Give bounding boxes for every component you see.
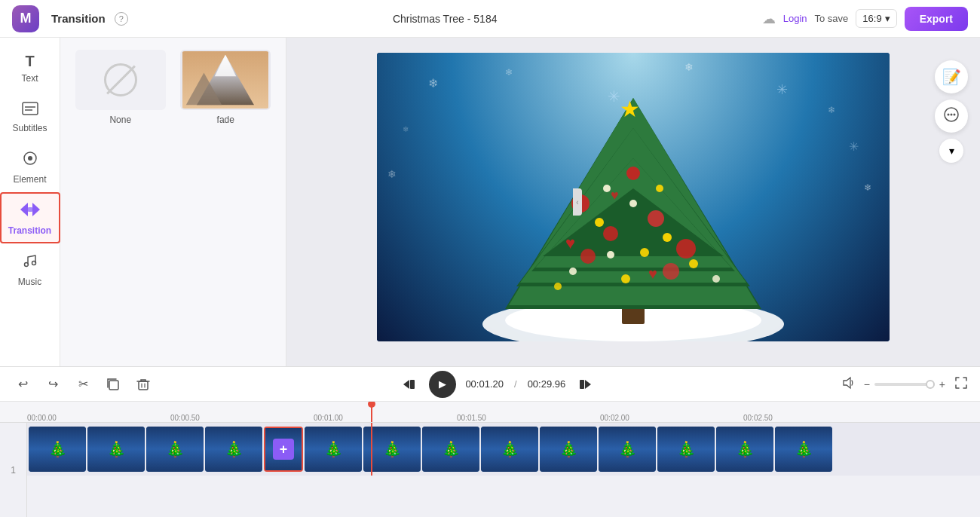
transition-plus-button[interactable]: +	[273, 439, 294, 460]
svg-point-39	[569, 268, 577, 275]
play-button[interactable]: ▶	[429, 371, 456, 398]
transition-fade-label: fade	[217, 115, 234, 125]
svg-marker-57	[585, 380, 591, 389]
help-icon[interactable]: ?	[115, 12, 128, 26]
track-clip[interactable]: 🎄	[422, 427, 479, 472]
svg-point-8	[24, 263, 28, 267]
copy-button[interactable]	[103, 374, 124, 395]
svg-point-42	[712, 275, 720, 283]
svg-marker-59	[844, 378, 850, 388]
svg-point-34	[595, 218, 604, 227]
track-clip[interactable]: 🎄	[657, 427, 715, 472]
svg-point-35	[629, 200, 637, 207]
svg-point-43	[621, 274, 630, 283]
ruler-ticks: 00:00.00 00:00.50 00:01.00 00:01.50 00:0…	[27, 402, 980, 422]
transition-fade-thumb	[180, 50, 271, 110]
track-clip[interactable]: 🎄	[363, 427, 421, 472]
timeline-toolbar: ↩ ↪ ✂	[0, 367, 980, 402]
track-strip: 🎄 🎄 🎄 🎄 🎄 + 🎄 🎄 🎄 🎄 🎄 🎄 🎄	[27, 427, 980, 472]
playhead-marker	[368, 402, 375, 408]
transition-panel: None	[60, 38, 286, 366]
sidebar-item-text[interactable]: T Text	[0, 44, 60, 91]
svg-point-44	[656, 185, 663, 192]
element-icon	[22, 150, 38, 171]
note-tool-button[interactable]: 📝	[935, 60, 968, 93]
current-time: 00:01.20	[465, 378, 504, 390]
export-button[interactable]: Export	[905, 7, 968, 31]
track-clip[interactable]: 🎄	[29, 427, 86, 472]
login-link[interactable]: Login	[783, 13, 807, 24]
sidebar-item-music[interactable]: Music	[0, 243, 60, 295]
track-clip[interactable]: 🎄	[599, 427, 656, 472]
track-clip[interactable]: 🎄	[146, 427, 204, 472]
svg-marker-55	[403, 380, 409, 389]
sidebar-item-transition-label: Transition	[8, 225, 51, 236]
fullscreen-button[interactable]	[954, 376, 968, 393]
text-icon: T	[25, 53, 34, 70]
transition-none[interactable]: None	[72, 50, 169, 125]
skip-back-button[interactable]	[399, 374, 420, 395]
volume-controls	[841, 376, 855, 393]
timeline-tracks: 1 🎄 🎄 🎄 🎄 🎄 + 🎄 🎄 🎄 🎄	[0, 423, 980, 517]
track-clip[interactable]: 🎄	[87, 427, 145, 472]
track-clip[interactable]: 🎄	[481, 427, 538, 472]
main-content: T Text Subtitles Element	[0, 38, 980, 366]
redo-button[interactable]: ↪	[42, 374, 63, 395]
svg-point-25	[603, 226, 618, 241]
svg-text:♥: ♥	[611, 188, 619, 203]
undo-button[interactable]: ↩	[12, 374, 33, 395]
sidebar-item-music-label: Music	[18, 277, 41, 287]
volume-icon[interactable]	[841, 376, 855, 393]
ruler-label-1: 00:00.50	[170, 414, 200, 422]
track-number: 1	[0, 423, 27, 517]
subtitles-icon	[22, 100, 38, 120]
transition-fade[interactable]: fade	[178, 50, 274, 125]
track-clip[interactable]: 🎄	[775, 427, 832, 472]
play-icon: ▶	[439, 378, 446, 390]
svg-point-36	[663, 233, 672, 242]
arrow-down-button[interactable]: ▾	[939, 139, 963, 163]
svg-point-26	[648, 210, 664, 227]
timeline-area: 00:00.00 00:00.50 00:01.00 00:01.50 00:0…	[0, 402, 980, 517]
top-bar: M Transition ? Christmas Tree - 5184 ☁ L…	[0, 0, 980, 38]
chat-tool-button[interactable]	[935, 99, 968, 133]
sidebar-item-transition[interactable]: Transition	[0, 192, 60, 243]
bottom-section: ↩ ↪ ✂	[0, 366, 980, 517]
zoom-in-icon[interactable]: +	[939, 378, 945, 390]
svg-marker-5	[20, 203, 28, 216]
chevron-down-icon: ▾	[949, 145, 954, 157]
sidebar-item-element-label: Element	[13, 174, 46, 185]
ratio-selector[interactable]: 16:9 ▾	[856, 9, 896, 28]
right-tools: 📝 ▾	[935, 60, 968, 163]
svg-point-41	[554, 283, 562, 290]
sidebar-item-element[interactable]: Element	[0, 141, 60, 192]
svg-point-40	[689, 259, 698, 268]
top-bar-right: ☁ Login To save 16:9 ▾ Export	[762, 7, 968, 31]
transition-clip[interactable]: 🎄 +	[264, 427, 303, 472]
cut-button[interactable]: ✂	[72, 374, 93, 395]
track-clip[interactable]: 🎄	[716, 427, 773, 472]
zoom-controls: − +	[864, 378, 945, 390]
sidebar-item-subtitles[interactable]: Subtitles	[0, 91, 60, 141]
ruler-label-2: 00:01.00	[314, 414, 343, 422]
chat-icon	[943, 106, 960, 127]
page-title: Transition	[51, 12, 106, 25]
track-clip[interactable]: 🎄	[305, 427, 362, 472]
track-clip[interactable]: 🎄	[205, 427, 262, 472]
delete-button[interactable]	[133, 374, 154, 395]
track-clip[interactable]: 🎄	[540, 427, 597, 472]
svg-point-9	[32, 262, 35, 265]
music-icon	[22, 252, 38, 274]
zoom-slider[interactable]	[874, 383, 935, 386]
svg-point-38	[640, 248, 649, 257]
svg-point-27	[676, 239, 696, 258]
preview-video: ❄ ❄ ✳ ❄ ✳ ❄ ❄ ✳ ❄ ❄	[377, 53, 890, 341]
svg-rect-51	[109, 381, 118, 390]
svg-point-48	[948, 113, 950, 115]
zoom-thumb	[926, 380, 935, 389]
to-save-text: To save	[815, 13, 849, 24]
ratio-chevron: ▾	[885, 13, 890, 24]
panel-collapse-handle[interactable]: ‹	[573, 188, 582, 216]
zoom-out-icon[interactable]: −	[864, 378, 870, 390]
skip-forward-button[interactable]	[574, 374, 596, 395]
